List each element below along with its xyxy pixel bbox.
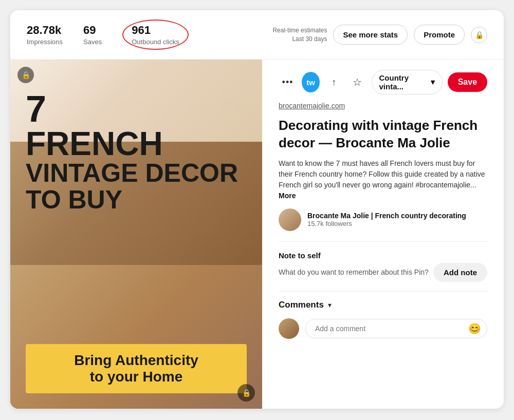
comment-input[interactable] bbox=[305, 319, 487, 338]
note-prompt: What do you want to remember about this … bbox=[279, 268, 429, 276]
clicks-value: 961 bbox=[132, 24, 151, 37]
promote-button[interactable]: Promote bbox=[414, 25, 465, 45]
pin-overlay-title2: VINTAGE DECOR bbox=[26, 159, 238, 187]
more-link[interactable]: More bbox=[279, 192, 296, 200]
see-more-stats-button[interactable]: See more stats bbox=[333, 25, 408, 45]
pin-lock-badge-bottom: 🔒 bbox=[237, 384, 255, 402]
comment-user-avatar bbox=[279, 318, 299, 339]
note-title: Note to self bbox=[279, 251, 487, 260]
creator-avatar[interactable] bbox=[279, 208, 301, 231]
description-text: Want to know the 7 must haves all French… bbox=[279, 159, 485, 189]
chevron-down-icon: ▾ bbox=[431, 78, 435, 87]
pin-image-wrapper: 🔒 7 FRENCH VINTAGE DECOR TO BUY bbox=[10, 60, 262, 409]
more-options-button[interactable]: ••• bbox=[279, 72, 297, 92]
main-content: 🔒 7 FRENCH VINTAGE DECOR TO BUY bbox=[10, 60, 504, 409]
stats-bar: 28.78k Impressions 69 Saves 961 Outbound… bbox=[10, 10, 504, 60]
creator-followers: 15.7k followers bbox=[307, 220, 466, 227]
pin-description: Want to know the 7 must haves all French… bbox=[279, 158, 487, 201]
comments-section: Comments ▾ 😊 bbox=[279, 291, 487, 339]
pin-subtitle-box: Bring Authenticity to your Home bbox=[26, 344, 247, 393]
emoji-icon: 😊 bbox=[468, 323, 481, 334]
saves-value: 69 bbox=[83, 24, 96, 37]
realtime-label: Real-time estimates Last 30 days bbox=[272, 26, 327, 44]
emoji-button[interactable]: 😊 bbox=[468, 322, 481, 335]
comments-chevron-icon: ▾ bbox=[328, 301, 332, 309]
star-icon: ☆ bbox=[353, 76, 362, 88]
note-row: What do you want to remember about this … bbox=[279, 263, 487, 282]
save-button[interactable]: Save bbox=[448, 72, 487, 92]
more-icon: ••• bbox=[282, 77, 293, 88]
saves-stat: 69 Saves bbox=[83, 24, 102, 46]
pin-title: Decorating with vintage French decor — B… bbox=[279, 117, 487, 152]
pin-overlay-title1: FRENCH bbox=[26, 125, 163, 162]
board-selector[interactable]: Country vinta... ▾ bbox=[372, 70, 443, 94]
avatar-initials: tw bbox=[306, 78, 315, 87]
pin-subtitle-2: to your Home bbox=[38, 369, 234, 385]
pin-overlay-number: 7 bbox=[26, 88, 46, 129]
pin-info: ••• tw ↑ ☆ Country vinta... ▾ Save broca bbox=[262, 60, 504, 409]
add-note-button[interactable]: Add note bbox=[433, 263, 487, 282]
lock-icon-stats[interactable]: 🔒 bbox=[471, 27, 487, 43]
comments-header[interactable]: Comments ▾ bbox=[279, 300, 487, 310]
share-button[interactable]: ↑ bbox=[325, 72, 343, 92]
creator-row: Brocante Ma Jolie | French country decor… bbox=[279, 208, 487, 231]
share-icon: ↑ bbox=[332, 77, 336, 88]
main-container: 28.78k Impressions 69 Saves 961 Outbound… bbox=[10, 10, 504, 409]
pin-overlay-title3: TO BUY bbox=[26, 185, 122, 214]
outbound-clicks-stat[interactable]: 961 Outbound clicks bbox=[122, 20, 189, 50]
creator-info: Brocante Ma Jolie | French country decor… bbox=[307, 212, 466, 227]
pin-image: 🔒 7 FRENCH VINTAGE DECOR TO BUY bbox=[10, 60, 262, 409]
comment-input-wrap: 😊 bbox=[305, 319, 487, 338]
clicks-label: Outbound clicks bbox=[132, 38, 179, 46]
lock-icon: 🔒 bbox=[475, 31, 484, 39]
creator-name[interactable]: Brocante Ma Jolie | French country decor… bbox=[307, 212, 466, 220]
impressions-value: 28.78k bbox=[27, 24, 61, 37]
pin-actions-row: ••• tw ↑ ☆ Country vinta... ▾ Save bbox=[279, 70, 487, 94]
stats-right: Real-time estimates Last 30 days See mor… bbox=[272, 25, 487, 45]
impressions-label: Impressions bbox=[27, 38, 63, 46]
impressions-stat: 28.78k Impressions bbox=[27, 24, 63, 46]
pin-text-overlay: 7 FRENCH VINTAGE DECOR TO BUY Bring Auth… bbox=[10, 60, 262, 409]
board-name: Country vinta... bbox=[379, 73, 428, 91]
save-to-wishlist-button[interactable]: ☆ bbox=[348, 72, 366, 92]
comments-title: Comments bbox=[279, 300, 324, 310]
comment-input-row: 😊 bbox=[279, 318, 487, 339]
saves-label: Saves bbox=[83, 38, 102, 46]
note-section: Note to self What do you want to remembe… bbox=[279, 241, 487, 282]
profile-avatar: tw bbox=[302, 72, 320, 92]
lock-icon-bottom: 🔒 bbox=[242, 389, 251, 397]
pin-subtitle-1: Bring Authenticity bbox=[38, 352, 234, 369]
source-link[interactable]: brocantemajolie.com bbox=[279, 102, 487, 110]
